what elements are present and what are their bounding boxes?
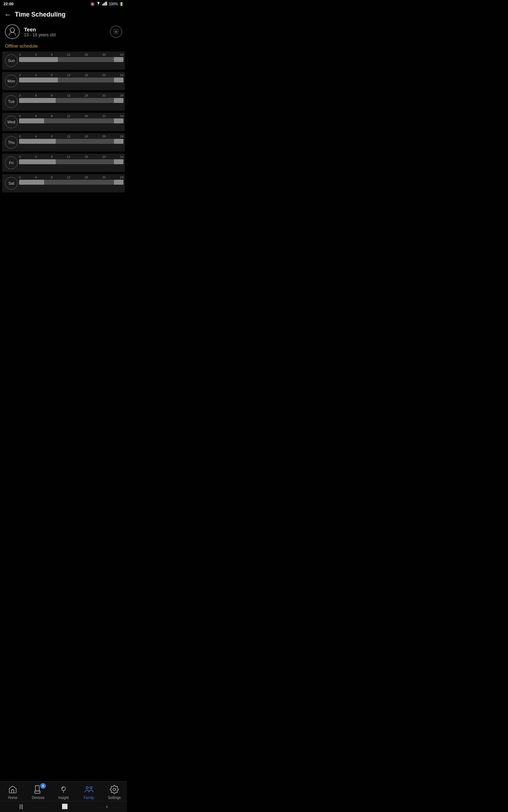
signal-icon	[102, 1, 107, 6]
wifi-icon	[96, 1, 101, 6]
chart-bar-background	[19, 180, 123, 185]
chart-bar-segment	[44, 118, 114, 123]
chart-bar-segment	[56, 98, 114, 103]
offline-schedule-label: Offline schedule	[0, 42, 127, 51]
chart-bar-background	[19, 78, 123, 82]
chart-bar-segment	[114, 180, 123, 185]
chart-bar-segment	[19, 139, 56, 144]
day-row[interactable]: Sat04812162024	[2, 174, 125, 192]
chart-bar-background	[19, 118, 123, 123]
day-chart: 04812162024	[19, 155, 123, 171]
header: ← Time Scheduling	[0, 8, 127, 21]
profile-name: Teen	[24, 26, 55, 32]
chart-bar-segment	[19, 180, 44, 185]
chart-bar-segment	[58, 78, 114, 82]
svg-rect-3	[105, 2, 106, 6]
profile-text: Teen 13 - 18 years old	[24, 26, 55, 37]
chart-bar-segment	[58, 57, 114, 62]
profile-settings-button[interactable]	[110, 26, 122, 38]
day-badge: Thu	[5, 136, 18, 149]
chart-bar-background	[19, 159, 123, 164]
svg-point-5	[10, 28, 15, 32]
chart-bar-segment	[19, 118, 44, 123]
day-row[interactable]: Wed04812162024	[2, 113, 125, 131]
chart-bar-segment	[19, 98, 56, 103]
day-row[interactable]: Mon04812162024	[2, 72, 125, 90]
chart-bar-segment	[19, 57, 58, 62]
chart-bar-segment	[19, 159, 56, 164]
schedule-container: Sun04812162024Mon04812162024Tue048121620…	[0, 51, 127, 192]
profile-section: Teen 13 - 18 years old	[0, 21, 127, 42]
day-row[interactable]: Thu04812162024	[2, 133, 125, 152]
day-badge: Fri	[5, 156, 18, 169]
chart-bar-segment	[114, 139, 123, 144]
chart-bar-background	[19, 57, 123, 62]
profile-info-group: Teen 13 - 18 years old	[5, 24, 55, 39]
day-badge: Mon	[5, 75, 18, 87]
battery-text: 100%	[109, 2, 118, 6]
day-row[interactable]: Sun04812162024	[2, 51, 125, 70]
chart-bar-background	[19, 139, 123, 144]
battery-icon: 🔋	[119, 2, 123, 6]
status-icons: 🔇 100% 🔋	[90, 1, 123, 6]
chart-bar-segment	[56, 159, 114, 164]
chart-bar-background	[19, 98, 123, 103]
svg-rect-2	[104, 2, 105, 5]
chart-bar-segment	[114, 118, 123, 123]
day-badge: Sun	[5, 54, 18, 67]
avatar	[5, 24, 20, 39]
chart-bar-segment	[114, 57, 123, 62]
svg-rect-1	[103, 3, 104, 5]
svg-rect-0	[102, 4, 103, 5]
day-chart: 04812162024	[19, 73, 123, 89]
day-chart: 04812162024	[19, 53, 123, 68]
status-bar: 22:00 🔇 100% 🔋	[0, 0, 127, 8]
day-chart: 04812162024	[19, 176, 123, 191]
day-chart: 04812162024	[19, 135, 123, 150]
status-time: 22:00	[4, 2, 13, 6]
mute-icon: 🔇	[90, 2, 95, 6]
day-badge: Sat	[5, 177, 18, 190]
day-row[interactable]: Fri04812162024	[2, 154, 125, 172]
day-chart: 04812162024	[19, 94, 123, 109]
day-chart: 04812162024	[19, 114, 123, 130]
svg-rect-4	[107, 1, 107, 5]
chart-bar-segment	[19, 78, 58, 82]
chart-bar-segment	[44, 180, 114, 185]
profile-age: 13 - 18 years old	[24, 32, 55, 37]
chart-bar-segment	[114, 98, 123, 103]
day-badge: Tue	[5, 95, 18, 108]
svg-point-8	[115, 31, 117, 33]
day-row[interactable]: Tue04812162024	[2, 92, 125, 111]
day-badge: Wed	[5, 116, 18, 128]
chart-bar-segment	[114, 159, 123, 164]
page-title: Time Scheduling	[15, 11, 66, 18]
chart-bar-segment	[56, 139, 114, 144]
chart-bar-segment	[114, 78, 123, 82]
back-button[interactable]: ←	[4, 11, 11, 19]
